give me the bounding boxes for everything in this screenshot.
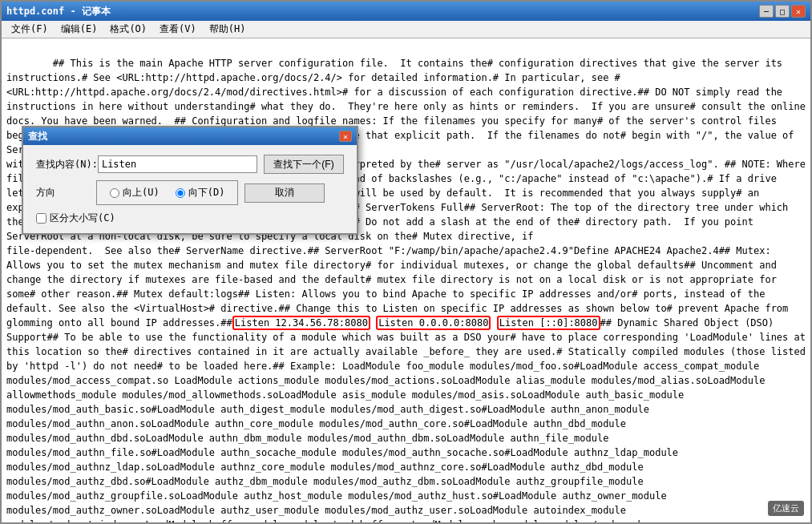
dir-up-radio[interactable] bbox=[110, 188, 119, 198]
case-sensitive-checkbox[interactable] bbox=[36, 213, 46, 224]
find-next-button[interactable]: 查找下一个(F) bbox=[264, 155, 344, 174]
direction-row: 方向 向上(U) 向下(D) 取消 bbox=[36, 180, 344, 205]
case-label: 区分大小写(C) bbox=[50, 212, 115, 225]
direction-label: 方向 bbox=[36, 186, 96, 200]
dialog-overlay: 查找 ✕ 查找内容(N): 查找下一个(F) 方向 向上(U bbox=[2, 2, 810, 522]
dir-up-label: 向上(U) bbox=[123, 186, 160, 200]
dir-down-label: 向下(D) bbox=[188, 186, 225, 200]
dir-down-option[interactable]: 向下(D) bbox=[176, 186, 225, 200]
direction-box: 向上(U) 向下(D) bbox=[96, 180, 238, 205]
notepad-window: httpd.conf - 记事本 ─ □ ✕ 文件(F) 编辑(E) 格式(O)… bbox=[0, 0, 812, 524]
dir-up-option[interactable]: 向上(U) bbox=[110, 186, 160, 200]
search-label: 查找内容(N): bbox=[36, 158, 98, 171]
dialog-title: 查找 bbox=[28, 130, 47, 143]
search-row: 查找内容(N): 查找下一个(F) bbox=[36, 155, 344, 174]
checkbox-row: 区分大小写(C) bbox=[36, 212, 344, 225]
dialog-body: 查找内容(N): 查找下一个(F) 方向 向上(U) 向下(D) bbox=[23, 145, 357, 233]
dir-down-radio[interactable] bbox=[176, 188, 185, 198]
case-sensitive-option[interactable]: 区分大小写(C) bbox=[36, 212, 115, 225]
find-dialog: 查找 ✕ 查找内容(N): 查找下一个(F) 方向 向上(U bbox=[22, 126, 358, 235]
dialog-close-button[interactable]: ✕ bbox=[339, 131, 352, 142]
search-input[interactable] bbox=[98, 155, 257, 173]
dialog-title-bar: 查找 ✕ bbox=[23, 127, 357, 145]
cancel-button[interactable]: 取消 bbox=[244, 183, 325, 203]
